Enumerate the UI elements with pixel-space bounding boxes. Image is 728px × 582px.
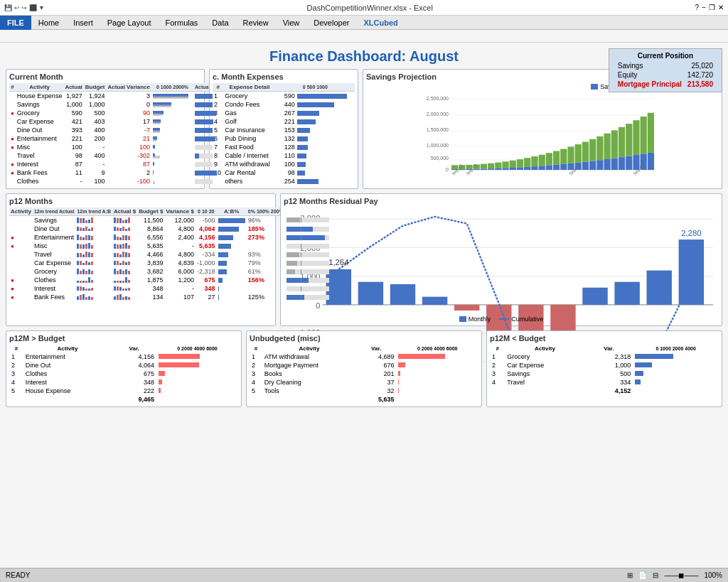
residual-title: p12 Months Residual Pay	[284, 197, 719, 205]
svg-rect-29	[510, 168, 516, 170]
p12-dot	[9, 250, 33, 259]
exp-item: Car Rental	[223, 168, 275, 177]
tab-insert[interactable]: Insert	[66, 16, 100, 30]
p12-spark-budget	[112, 233, 137, 242]
tab-xlcubed[interactable]: XLCubed	[356, 16, 405, 30]
bar-jun11	[614, 282, 639, 305]
p12-pct: 125%	[247, 293, 285, 301]
col-bar-ob: 0 2000 4000 6000	[156, 345, 238, 352]
b-num: 3	[490, 370, 505, 378]
p12months-title: p12 Months	[9, 197, 272, 205]
tab-formulas[interactable]: Formulas	[158, 16, 205, 30]
svg-rect-66	[648, 113, 654, 153]
p12-variance: -500	[196, 216, 217, 225]
current-position-title: Current Position	[615, 52, 716, 60]
svg-rect-23	[488, 168, 494, 170]
month-expense-row: 6 Pub Dining 132	[213, 134, 355, 143]
exp-item: Golf	[223, 117, 275, 126]
b-var: 37	[356, 378, 396, 387]
row-bar1	[151, 177, 193, 185]
unbudgeted-title: Unbudgeted (misc)	[250, 334, 478, 343]
row-variance: 90	[106, 109, 151, 117]
exp-item: Grocery	[223, 92, 275, 101]
p12-pct: 96%	[247, 216, 285, 225]
tab-developer[interactable]: Developer	[306, 16, 356, 30]
current-month-row: Dine Out 393 400 -7	[9, 126, 235, 134]
exp-item: others	[223, 177, 275, 185]
exp-item: ATM withdrawal	[223, 160, 275, 168]
tab-file[interactable]: FILE	[0, 16, 31, 30]
b-activity: Car Expense	[505, 361, 584, 370]
tab-review[interactable]: Review	[236, 16, 276, 30]
row-budget: -	[84, 143, 107, 151]
svg-text:1,000,000: 1,000,000	[427, 143, 449, 148]
tab-data[interactable]: Data	[205, 16, 235, 30]
b-activity: ATM withdrawal	[262, 352, 356, 361]
col-var-ub: Var.	[356, 345, 396, 352]
p12-activity: Dine Out	[33, 225, 76, 233]
row-budget: 403	[84, 117, 107, 126]
col-activity: Activity	[16, 83, 64, 92]
bottom-row: 1 Grocery 2,318	[490, 352, 719, 361]
col-bar-ub: 0 2000 4000 6000	[396, 345, 478, 352]
grid-view-icon[interactable]: ⊞	[627, 571, 633, 579]
p12-variance: -2,318	[196, 267, 217, 276]
p12m-over-budget-table: # Activity Var. 0 2000 4000 6000 1 Enter…	[9, 345, 238, 404]
p12m-under-budget-title: p12M < Budget	[490, 334, 719, 343]
page-break-icon[interactable]: ⊟	[653, 571, 658, 579]
zoom-slider[interactable]: ——◼——	[664, 571, 698, 579]
b-bar	[633, 361, 719, 370]
window-controls[interactable]: ? − ❐ ✕	[695, 4, 724, 11]
p12-pct	[247, 284, 285, 293]
p12-budget: 1,200	[164, 276, 196, 284]
p12-bar	[217, 293, 247, 301]
window-title: DashCompetitionWinner.xlsx - Excel	[45, 4, 695, 12]
tab-page-layout[interactable]: Page Layout	[100, 16, 159, 30]
page-view-icon[interactable]: 📄	[638, 571, 647, 579]
bottom-row: 2 Car Expense 1,000	[490, 361, 719, 370]
b-activity: Clothes	[23, 370, 112, 378]
bottom-row: 1 ATM withdrawal 4,689	[250, 352, 478, 361]
svg-rect-21	[481, 168, 487, 170]
p12-pct: 61%	[247, 267, 285, 276]
close-button[interactable]: ✕	[718, 4, 724, 11]
b-bar	[633, 378, 719, 387]
help-button[interactable]: ?	[695, 4, 700, 11]
month-expense-row: 2 Condo Fees 440	[213, 100, 355, 109]
current-position-table: Savings 25,020 Equity 142,720 Mortgage P…	[615, 61, 716, 89]
ribbon-tabs: FILE Home Insert Page Layout Formulas Da…	[0, 16, 728, 30]
tab-view[interactable]: View	[276, 16, 307, 30]
b-var: 1,000	[585, 361, 633, 370]
svg-rect-27	[503, 168, 509, 170]
row-actual: 11	[63, 168, 83, 177]
restore-button[interactable]: ❐	[709, 4, 715, 11]
p12-pct: 93%	[247, 250, 285, 259]
svg-rect-34	[531, 156, 537, 166]
p12-actual: 3,839	[137, 259, 164, 267]
b-var: 348	[112, 378, 156, 387]
bottom-row: 2 Dine Out 4,064	[9, 361, 238, 370]
minimize-button[interactable]: −	[702, 4, 706, 11]
row-actual: 1,000	[63, 100, 83, 109]
p12-actual: 134	[137, 293, 164, 301]
p12-budget: 6,000	[164, 267, 196, 276]
exp-item: Car Insurance	[223, 126, 275, 134]
status-right: ⊞ 📄 ⊟ ——◼—— 100%	[627, 571, 722, 579]
monthly-legend: Monthly	[459, 316, 491, 323]
row-activity: House Expense	[16, 92, 64, 101]
b-activity: Interest	[23, 378, 112, 387]
p12-spark-actual	[75, 267, 112, 276]
svg-rect-38	[546, 153, 552, 165]
exp-bar: 590	[276, 92, 355, 101]
cumulative-legend-line	[499, 318, 509, 320]
svg-rect-24	[495, 163, 501, 168]
col-var-ob: Var.	[112, 345, 156, 352]
row-activity: Bank Fees	[16, 168, 64, 177]
p12-actual: 348	[137, 284, 164, 293]
row-variance: 21	[106, 134, 151, 143]
p12-spark-actual	[75, 250, 112, 259]
col-num-me: #	[213, 83, 223, 92]
col-bar2-p12: 0% 100% 200%	[247, 208, 285, 216]
row-dot: ●	[9, 160, 16, 168]
tab-home[interactable]: Home	[31, 16, 66, 30]
